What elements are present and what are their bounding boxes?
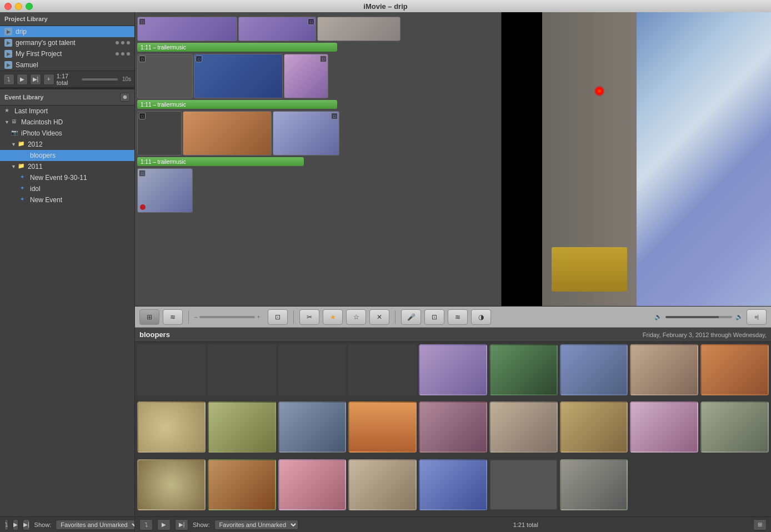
add-project-button[interactable]: + [43,74,54,85]
timeline-area[interactable]: □ □ 1:11 – trailermusic [135,12,502,306]
event-clip-11[interactable] [208,401,276,453]
clip-marker-1: □ [139,18,146,25]
color-button[interactable]: ◑ [471,309,491,325]
event-grid [135,342,771,516]
audio-levels-button[interactable]: ≡| [747,309,767,325]
event-clip-2[interactable] [208,344,276,395]
event-browser: bloopers Friday, February 3, 2012 throug… [135,328,771,532]
fullscreen-btn[interactable]: ⊞ [753,519,767,530]
green-bar-1: 1:11 – trailermusic [137,43,337,52]
project-item-samuel[interactable]: ▶ Samuel [0,59,134,71]
event-clip-1[interactable] [137,344,206,395]
macintoshhd-expand-icon: ▼ [4,119,9,125]
project-sidebar: Project Library ▶ drip ▶ germany's got t… [0,12,135,532]
import-button[interactable]: ⤵ [3,74,14,85]
traffic-lights [4,3,33,10]
event-clip-3[interactable] [278,344,347,395]
volume-slider[interactable] [665,316,732,318]
event-clip-18[interactable] [700,401,769,453]
event-item-2011[interactable]: ▼ 📁 2011 [0,161,134,172]
event-clip-16[interactable] [560,401,628,453]
clip-marker-6: □ [139,113,146,119]
play-full-button[interactable]: ▶| [30,74,41,85]
clip-marker-3: □ [139,56,146,62]
waveform-view-button[interactable]: ≋ [163,309,183,325]
show-select[interactable]: Favorites and Unmarked [56,520,134,530]
voiceover-button[interactable]: 🎤 [401,309,421,325]
event-clip-12[interactable] [278,401,347,453]
import-btn-bottom[interactable]: ⤵ [139,519,153,530]
zoom-slider-section: – + [194,314,260,320]
event-clip-25[interactable] [560,459,628,510]
event-clip-15[interactable] [489,401,558,453]
event-clip-24[interactable] [489,459,558,510]
event-clip-17[interactable] [630,401,698,453]
event-item-idol[interactable]: ✦ idol [0,183,134,194]
event-clip-6[interactable] [489,344,558,395]
crop-button[interactable]: ⊡ [424,309,444,325]
event-item-2012[interactable]: ▼ 📁 2012 [0,139,134,150]
event-item-macintoshhd[interactable]: ▼ 🖥 Macintosh HD [0,117,134,128]
event-item-bloopers[interactable]: ✦ bloopers [0,150,134,161]
minimize-button[interactable] [15,3,22,10]
event-item-newevent9-30-11[interactable]: ✦ New Event 9-30-11 [0,172,134,183]
show-select-bottom[interactable]: Favorites and Unmarked [214,520,298,530]
play-btn-bottom[interactable]: ▶ [157,519,171,530]
play-event-button[interactable]: ▶ [13,519,18,530]
event-item-lastimport[interactable]: ★ Last Import [0,106,134,117]
reject-button[interactable]: ✕ [369,309,389,325]
project-icon-samuel: ▶ [4,61,12,69]
project-label-germany: germany's got talent [16,39,76,47]
maximize-button[interactable] [26,3,33,10]
event-clip-13[interactable] [348,401,417,453]
event-label-2012: 2012 [28,140,43,148]
project-item-germany[interactable]: ▶ germany's got talent [0,37,134,48]
bloopers-icon: ✦ [20,152,28,159]
event-label-macintoshhd: Macintosh HD [21,118,63,126]
event-clip-4[interactable] [348,344,417,395]
event-item-newevent[interactable]: ✦ New Event [0,194,134,205]
event-clip-14[interactable] [419,401,487,453]
event-clip-8[interactable] [630,344,698,395]
project-item-drip[interactable]: ▶ drip [0,26,134,37]
action-button[interactable]: ✂ [299,309,319,325]
close-button[interactable] [4,3,12,10]
event-item-iphotovideos[interactable]: 📷 iPhoto Videos [0,128,134,139]
zoom-slider[interactable] [199,316,255,318]
clip-marker-8: □ [139,170,146,177]
timeline-zoom-slider[interactable] [82,78,118,81]
filmstrip-view-button[interactable]: ⊞ [139,309,159,325]
favorite-button[interactable]: ★ [323,309,343,325]
show-label: Show: [34,521,52,528]
event-clip-10[interactable] [137,401,206,453]
middle-toolbar: ⊞ ≋ – + ⊡ ✂ ★ ☆ ✕ 🎤 ⊡ ≋ ◑ 🔈 🔊 [135,307,771,328]
event-clip-9[interactable] [700,344,769,395]
event-clip-20[interactable] [208,459,276,510]
preview-blue-bg [637,12,772,306]
event-clip-7[interactable] [560,344,628,395]
event-clip-21[interactable] [278,459,347,510]
fit-button[interactable]: ⊡ [268,309,288,325]
play-project-button[interactable]: ▶ [17,74,28,85]
event-clip-22[interactable] [348,459,417,510]
2012-icon: 📁 [18,140,26,148]
audio-button[interactable]: ≋ [448,309,468,325]
window-title: iMovie – drip [363,2,407,11]
duration-badge-first [116,52,130,56]
2012-expand-icon: ▼ [11,142,16,147]
clip-marker-7: □ [331,113,338,119]
time-unit: 10s [122,76,131,82]
import-event-button[interactable]: ⤵ [4,519,8,530]
play-event-full-button[interactable]: ▶| [23,519,30,530]
full-play-btn-bottom[interactable]: ▶| [175,519,188,530]
event-library-options[interactable]: ⊕ [120,93,130,102]
event-clip-5[interactable] [419,344,487,395]
project-total-time: 1:17 total [57,73,77,86]
project-item-first[interactable]: ▶ My First Project [0,48,134,59]
clip-marker-5: □ [320,56,327,62]
preview-black-left [502,12,542,306]
event-browser-date: Friday, February 3, 2012 through Wednesd… [643,332,767,338]
event-clip-19[interactable] [137,459,206,510]
event-clip-23[interactable] [419,459,487,510]
unfavorite-button[interactable]: ☆ [346,309,366,325]
